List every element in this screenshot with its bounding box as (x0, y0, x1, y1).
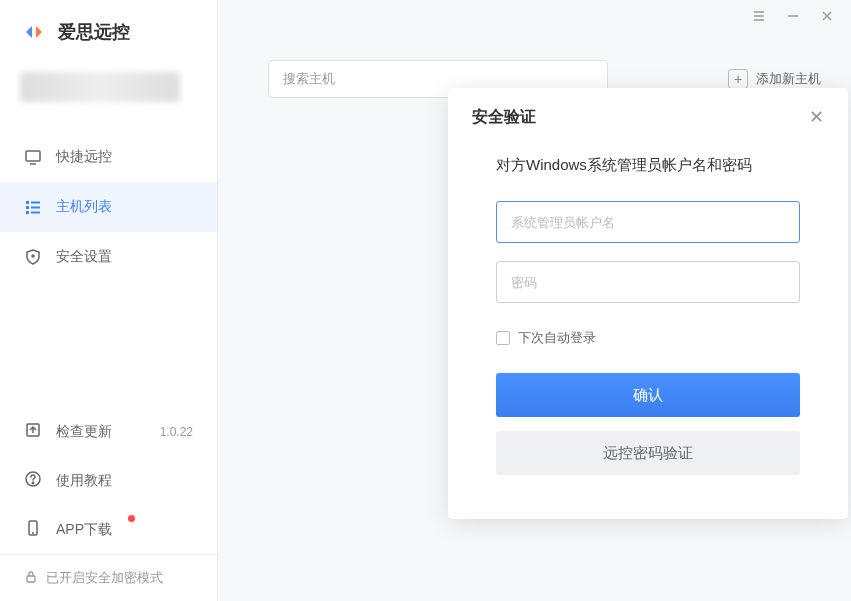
search-placeholder: 搜索主机 (283, 70, 335, 88)
add-host-label: 添加新主机 (756, 70, 821, 88)
plus-icon: + (728, 69, 748, 89)
close-icon[interactable] (819, 8, 835, 24)
svg-point-11 (32, 482, 33, 483)
sidebar-item-security[interactable]: 安全设置 (0, 232, 217, 282)
help-icon (24, 470, 42, 491)
password-input[interactable] (496, 261, 800, 303)
util-label: 使用教程 (56, 472, 112, 490)
svg-point-8 (32, 255, 34, 257)
svg-rect-2 (26, 201, 29, 204)
svg-rect-3 (31, 202, 40, 204)
secure-mode-indicator: 已开启安全加密模式 (0, 554, 217, 601)
svg-rect-7 (31, 212, 40, 214)
minimize-icon[interactable] (785, 8, 801, 24)
modal-body: 对方Windows系统管理员帐户名和密码 下次自动登录 确认 远控密码验证 (448, 136, 848, 489)
util-label: APP下载 (56, 521, 112, 539)
main-nav: 快捷远控 主机列表 安全设置 (0, 132, 217, 282)
secure-mode-text: 已开启安全加密模式 (46, 569, 163, 587)
version-text: 1.0.22 (160, 425, 193, 439)
username-input[interactable] (496, 201, 800, 243)
shield-icon (24, 248, 42, 266)
security-verify-modal: 安全验证 ✕ 对方Windows系统管理员帐户名和密码 下次自动登录 确认 远控… (448, 88, 848, 519)
alt-auth-button[interactable]: 远控密码验证 (496, 431, 800, 475)
list-icon (24, 198, 42, 216)
nav-label: 安全设置 (56, 248, 112, 266)
titlebar (751, 8, 835, 24)
avatar (20, 72, 180, 102)
modal-subtitle: 对方Windows系统管理员帐户名和密码 (496, 156, 800, 175)
sidebar-item-app-download[interactable]: APP下载 (0, 505, 217, 554)
svg-rect-6 (26, 211, 29, 214)
confirm-button[interactable]: 确认 (496, 373, 800, 417)
notification-dot (128, 515, 135, 522)
upload-icon (24, 421, 42, 442)
lock-icon (24, 570, 38, 587)
sidebar-item-quick-remote[interactable]: 快捷远控 (0, 132, 217, 182)
util-label: 检查更新 (56, 423, 112, 441)
nav-label: 快捷远控 (56, 148, 112, 166)
svg-rect-0 (26, 151, 40, 161)
modal-header: 安全验证 ✕ (448, 88, 848, 136)
add-host-button[interactable]: + 添加新主机 (728, 69, 821, 89)
svg-rect-14 (27, 576, 35, 582)
logo: 爱思远控 (0, 0, 217, 64)
checkbox-icon[interactable] (496, 331, 510, 345)
sidebar: 爱思远控 快捷远控 主机列表 安全 (0, 0, 218, 601)
sidebar-item-tutorial[interactable]: 使用教程 (0, 456, 217, 505)
app-logo-icon (20, 18, 48, 46)
nav-label: 主机列表 (56, 198, 112, 216)
phone-icon (24, 519, 42, 540)
auto-login-row[interactable]: 下次自动登录 (496, 329, 800, 347)
main-content: 搜索主机 + 添加新主机 远程观看 文件传输 (218, 0, 851, 601)
monitor-icon (24, 148, 42, 166)
sidebar-item-update[interactable]: 检查更新 1.0.22 (0, 407, 217, 456)
user-profile[interactable] (0, 64, 217, 122)
sidebar-item-host-list[interactable]: 主机列表 (0, 182, 217, 232)
svg-rect-5 (31, 207, 40, 209)
modal-title: 安全验证 (472, 107, 536, 128)
app-name: 爱思远控 (58, 20, 130, 44)
sidebar-footer: 检查更新 1.0.22 使用教程 APP下载 已开启安全加密 (0, 407, 217, 601)
checkbox-label: 下次自动登录 (518, 329, 596, 347)
menu-icon[interactable] (751, 8, 767, 24)
svg-rect-4 (26, 206, 29, 209)
modal-close-button[interactable]: ✕ (809, 106, 824, 128)
